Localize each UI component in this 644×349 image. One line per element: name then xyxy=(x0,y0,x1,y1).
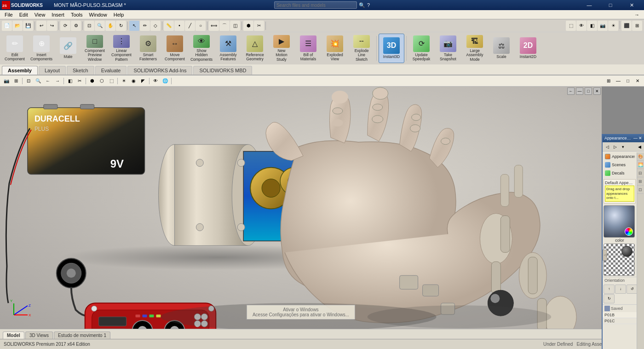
display-style-button[interactable]: ⬚ xyxy=(566,21,576,31)
tab-assembly[interactable]: Assembly xyxy=(2,66,38,75)
edit-component-button[interactable]: ✏ EditComponent xyxy=(2,34,28,63)
vp-minimize[interactable]: — xyxy=(576,87,583,95)
shaded-button[interactable]: ⬢ xyxy=(87,77,97,85)
vp-maximize[interactable]: □ xyxy=(585,87,592,95)
sketch-button[interactable]: ✏ xyxy=(140,21,150,31)
ap-expand-arrow[interactable]: ◁ xyxy=(603,250,607,261)
vp-close[interactable]: ✕ xyxy=(593,87,601,95)
reference-geometry-button[interactable]: △ ReferenceGeometry xyxy=(242,34,268,63)
menu-window[interactable]: Window xyxy=(86,12,110,18)
mirror-button[interactable]: ⟺ xyxy=(209,21,219,31)
scale-button[interactable]: ⚖ Scale xyxy=(489,34,514,63)
hide-show-items[interactable]: 👁 xyxy=(151,77,160,85)
ap-right-btn-2[interactable]: 🌅 xyxy=(637,161,644,169)
ap-right-btn-1[interactable]: 🎨 xyxy=(637,152,644,161)
ori-btn-2[interactable]: ↓ xyxy=(615,285,626,294)
ap-minimize-button[interactable]: — xyxy=(633,136,638,140)
view-orient-button[interactable]: ⬛ xyxy=(621,21,632,31)
3d-viewport[interactable]: DURACELL PLUS 9V xyxy=(0,87,602,329)
close-button[interactable]: ✕ xyxy=(621,0,642,10)
ap-dropdown-button[interactable]: ▾ xyxy=(619,143,627,151)
undo-button[interactable]: ↩ xyxy=(36,21,46,31)
ori-btn-1[interactable]: ↑ xyxy=(604,285,615,294)
smart-fasteners-button[interactable]: ⚙ SmartFasteners xyxy=(135,34,161,63)
view-split-button[interactable]: ⊞ xyxy=(632,21,642,31)
bill-of-materials-button[interactable]: ☰ Bill ofMaterials xyxy=(295,34,321,63)
assembly-features-button[interactable]: ⚒ AssemblyFeatures xyxy=(215,34,241,63)
menu-help[interactable]: Help xyxy=(111,12,127,18)
instant2d-button[interactable]: 2D Instant2D xyxy=(515,34,541,63)
apply-scene[interactable]: 🌐 xyxy=(161,77,170,85)
take-snapshot-button[interactable]: 📷 TakeSnapshot xyxy=(435,34,461,63)
maximize-vp-button[interactable]: □ xyxy=(623,77,632,85)
camera-button[interactable]: 📷 xyxy=(598,21,608,31)
new-button[interactable]: 📄 xyxy=(2,21,12,31)
menu-insert[interactable]: Insert xyxy=(49,12,67,18)
dimension-button[interactable]: ◇ xyxy=(150,21,161,31)
linear-pattern-button[interactable]: ⋮ Linear ComponentPattern xyxy=(109,34,134,63)
new-motion-study-button[interactable]: ▶ NewMotionStudy xyxy=(269,34,294,63)
save-button[interactable]: 💾 xyxy=(23,21,33,31)
extrude-button[interactable]: ⬢ xyxy=(243,21,253,31)
ap-right-btn-5[interactable]: ⊡ xyxy=(637,186,644,194)
search-input[interactable] xyxy=(274,1,357,9)
perspective-button[interactable]: ◤ xyxy=(138,77,148,85)
zoom-all-button[interactable]: ⊡ xyxy=(24,77,33,85)
rotate-button[interactable]: ↻ xyxy=(116,21,126,31)
zoom-to-sel-button[interactable]: 🔍 xyxy=(34,77,43,85)
select-button[interactable]: ↖ xyxy=(129,21,139,31)
ori-btn-3[interactable]: ↺ xyxy=(627,285,638,294)
insert-components-button[interactable]: ⊕ InsertComponents xyxy=(29,34,54,63)
texture-swatch[interactable] xyxy=(604,244,635,276)
tab-layout[interactable]: Layout xyxy=(39,66,66,75)
shadows-button[interactable]: ☀ xyxy=(608,21,618,31)
mate-button[interactable]: 🔗 Mate xyxy=(55,34,81,63)
section-view-button[interactable]: ◧ xyxy=(587,21,597,31)
color-swatch[interactable] xyxy=(604,205,635,238)
hide-show-button[interactable]: 👁 xyxy=(576,21,586,31)
component-preview-button[interactable]: □ ComponentPreviewWindow xyxy=(82,34,108,63)
hidden-lines-button[interactable]: ⬚ xyxy=(107,77,116,85)
menu-view[interactable]: View xyxy=(32,12,48,18)
ap-right-btn-3[interactable]: ⊟ xyxy=(637,169,644,177)
ap-forward-button[interactable]: ▷ xyxy=(611,143,619,151)
split-view-button[interactable]: ⊞ xyxy=(604,77,613,85)
rebuild-button[interactable]: ⟳ xyxy=(60,21,70,31)
large-assembly-button[interactable]: 🏗 LargeAssemblyMode xyxy=(462,34,488,63)
chamfer-button[interactable]: ◫ xyxy=(230,21,240,31)
zoom-to-fit[interactable]: ⊡ xyxy=(84,21,94,31)
menu-file[interactable]: File xyxy=(2,12,16,18)
window-controls[interactable]: — □ ✕ xyxy=(579,0,642,10)
maximize-button[interactable]: □ xyxy=(600,0,621,10)
zoom-in[interactable]: 🔍 xyxy=(95,21,105,31)
shadows-floors-button[interactable]: ☀ xyxy=(119,77,128,85)
ori-btn-4[interactable]: ↻ xyxy=(604,294,615,303)
section-view-button[interactable]: ◧ xyxy=(65,77,75,85)
open-button[interactable]: 📂 xyxy=(12,21,23,31)
help-icon[interactable]: ? xyxy=(367,2,370,8)
bottom-tab-model[interactable]: Model xyxy=(3,332,24,339)
pan-button[interactable]: ✋ xyxy=(105,21,115,31)
menu-arrow[interactable]: → xyxy=(632,12,642,18)
view-orient-button[interactable]: ⊞ xyxy=(12,77,21,85)
standard-views-button[interactable]: 📷 xyxy=(2,77,11,85)
update-speedpak-button[interactable]: ⟳ UpdateSpeedpak xyxy=(408,34,434,63)
circle-button[interactable]: ○ xyxy=(196,21,206,31)
clip-button[interactable]: ✂ xyxy=(75,77,84,85)
tab-addins[interactable]: SOLIDWORKS Add-Ins xyxy=(127,66,192,75)
show-hidden-button[interactable]: 👁 ShowHiddenComponents xyxy=(189,34,214,63)
ap-collapse-button[interactable]: ◀ xyxy=(636,143,643,151)
menu-edit[interactable]: Edit xyxy=(17,12,31,18)
move-component-button[interactable]: ↔ MoveComponent xyxy=(162,34,188,63)
bottom-tab-motion[interactable]: Estudo de movimento 1 xyxy=(54,332,110,339)
redo-button[interactable]: ↪ xyxy=(47,21,57,31)
options-button[interactable]: ⚙ xyxy=(71,21,81,31)
minimize-button[interactable]: — xyxy=(579,0,600,10)
menu-tools[interactable]: Tools xyxy=(68,12,86,18)
prev-view-button[interactable]: ← xyxy=(43,77,52,85)
measure-button[interactable]: 📏 xyxy=(164,21,174,31)
realview-button[interactable]: ◉ xyxy=(129,77,138,85)
instant3d-button[interactable]: 3D Instant3D xyxy=(379,34,404,63)
next-view-button[interactable]: → xyxy=(53,77,62,85)
tab-sketch[interactable]: Sketch xyxy=(67,66,94,75)
